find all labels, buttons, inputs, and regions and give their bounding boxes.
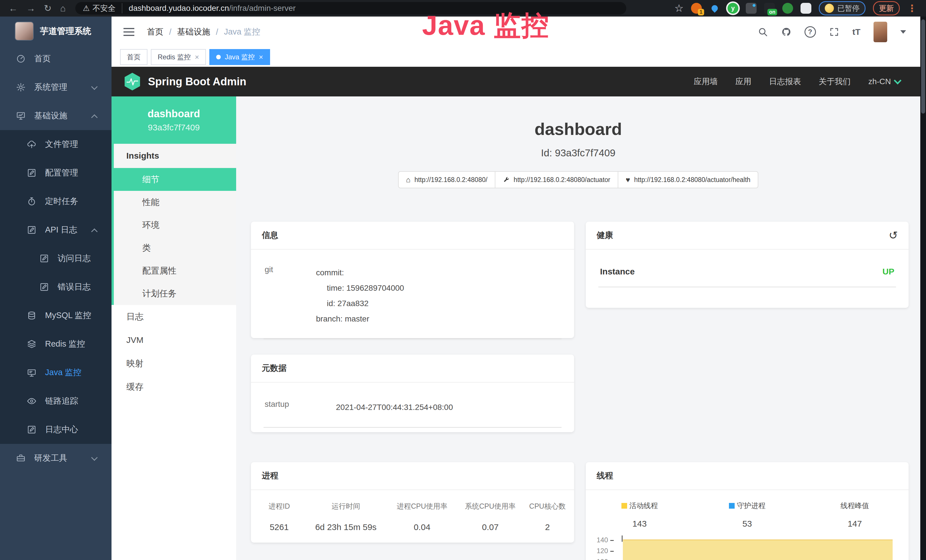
close-icon[interactable]: × [195,53,199,62]
instance-id: 93a3fc7f7409 [148,123,200,132]
app-logo-row[interactable]: 芋道管理系统 [0,17,112,44]
close-icon[interactable]: × [259,53,263,62]
scrollbar-thumb[interactable] [921,20,925,114]
sba-nav-journal[interactable]: 日志报表 [769,76,801,87]
insights-group: Insights 细节 性能 环境 类 配置属性 计划任务 [112,144,236,305]
daemon-threads-value: 53 [693,519,801,529]
edit-icon [27,425,36,434]
tampermonkey-extension-icon[interactable]: on [764,3,775,14]
app-sidebar: 芋道管理系统 首页 系统管理 基础设施 文件管理 配置管理 [0,17,112,560]
health-card-header: 健康 ↺ [586,222,909,250]
sba-item-jvm[interactable]: JVM [112,328,236,352]
sba-item-classes[interactable]: 类 [114,236,236,259]
tab-redis-monitor[interactable]: Redis 监控 × [151,49,206,65]
sba-navbar: Spring Boot Admin 应用墙 应用 日志报表 关于我们 zh-CN [112,67,920,97]
extension-cluster: ☆ 1 y on 已暂停 更新 ⋮ [675,1,922,15]
chrome-update-button[interactable]: 更新 [873,1,900,15]
monitor-chart-icon [16,111,26,121]
sidebar-item-scheduled-jobs[interactable]: 定时任务 [0,187,112,216]
history-icon[interactable]: ↺ [889,229,898,242]
sba-logo-icon [124,73,141,91]
avatar-caret-icon[interactable] [900,30,906,34]
sidebar-item-infrastructure[interactable]: 基础设施 [0,101,112,130]
search-icon[interactable] [758,27,768,37]
font-size-icon[interactable]: tT [852,27,860,37]
log-icon [39,282,49,292]
sidebar-item-dev-tools[interactable]: 研发工具 [0,444,112,472]
sidebar-item-file-mgmt[interactable]: 文件管理 [0,130,112,159]
threads-legend: 活动线程 143 守护进程 53 线程峰值 147 [586,490,909,529]
sba-nav-wallboard[interactable]: 应用墙 [694,76,718,87]
tab-home[interactable]: 首页 [120,49,147,65]
sidebar-item-log-center[interactable]: 日志中心 [0,415,112,444]
browser-reload-icon[interactable]: ↻ [44,3,51,14]
sba-item-mappings[interactable]: 映射 [112,352,236,375]
chevron-down-icon [91,454,98,461]
sidebar-item-config-mgmt[interactable]: 配置管理 [0,159,112,187]
help-icon[interactable]: ? [805,26,816,38]
header-actions: ? tT [758,22,906,42]
sba-main-content: dashboard Id: 93a3fc7f7409 ⌂ http://192.… [236,97,920,560]
instance-links: ⌂ http://192.168.0.2:48080/ http://192.1… [236,171,920,188]
sba-brand[interactable]: Spring Boot Admin [124,73,247,91]
sidebar-item-home[interactable]: 首页 [0,44,112,73]
hamburger-icon[interactable] [124,28,134,36]
app-title: 芋道管理系统 [40,26,91,37]
sba-item-metrics[interactable]: 性能 [114,191,236,214]
security-status[interactable]: ⚠ 不安全 [83,3,123,14]
git-info-row: git commit: time: 1596289704000 id: 27aa… [263,253,561,339]
fullscreen-icon[interactable] [829,27,839,37]
grid-extension-icon[interactable] [746,3,757,14]
sba-item-details[interactable]: 细节 [112,168,236,191]
sba-item-caches[interactable]: 缓存 [112,375,236,398]
sidebar-item-tracing[interactable]: 链路追踪 [0,387,112,415]
service-url-button[interactable]: ⌂ http://192.168.0.2:48080/ [398,171,496,188]
sba-nav-applications[interactable]: 应用 [735,76,752,87]
cloud-upload-icon [27,139,36,149]
gear-icon [16,82,26,92]
sba-item-scheduled-tasks[interactable]: 计划任务 [114,282,236,305]
puzzle-extensions-icon[interactable] [800,3,811,14]
actuator-url-button[interactable]: http://192.168.0.2:48080/actuator [495,171,618,188]
app-menu: 首页 系统管理 基础设施 文件管理 配置管理 定时任务 [0,44,112,472]
database-icon [27,311,36,320]
leaf-extension-icon[interactable] [782,3,793,14]
breadcrumb-infrastructure[interactable]: 基础设施 [177,26,210,38]
paused-profile-chip[interactable]: 已暂停 [819,1,865,15]
sba-nav-about[interactable]: 关于我们 [819,76,851,87]
startup-value: 2021-04-27T00:44:31.254+08:00 [336,400,453,415]
pin-extension-icon[interactable] [709,3,720,14]
url-host: dashboard.yudao.iocoder.cn [129,4,229,13]
info-card-header: 信息 [251,222,574,250]
process-table: 进程ID 运行时间 进程CPU使用率 系统CPU使用率 CPU核心数 5261 … [251,490,574,532]
uptime-value: 6d 23h 15m 59s [304,522,387,532]
sba-language-select[interactable]: zh-CN [869,77,900,86]
sidebar-item-access-logs[interactable]: 访问日志 [0,244,112,273]
browser-home-icon[interactable]: ⌂ [60,3,66,14]
sidebar-item-mysql-monitor[interactable]: MySQL 监控 [0,301,112,330]
sba-item-environment[interactable]: 环境 [114,214,236,236]
instance-health-row: Instance UP [598,253,896,287]
breadcrumb-home[interactable]: 首页 [147,26,163,38]
sidebar-item-api-logs[interactable]: API 日志 [0,216,112,244]
extension-orange-icon[interactable]: 1 [691,3,702,14]
y-extension-icon[interactable]: y [728,3,738,14]
sba-item-logs[interactable]: 日志 [112,305,236,328]
sidebar-item-system-mgmt[interactable]: 系统管理 [0,73,112,101]
process-card-header: 进程 [251,462,574,490]
avatar[interactable] [873,22,887,42]
sidebar-item-java-monitor[interactable]: Java 监控 [0,358,112,387]
page-scrollbar[interactable] [920,17,926,560]
tab-java-monitor[interactable]: Java 监控 × [209,49,270,65]
sidebar-item-redis-monitor[interactable]: Redis 监控 [0,330,112,358]
browser-forward-icon[interactable]: → [26,3,35,14]
git-branch-line: branch: master [316,311,404,327]
browser-menu-icon[interactable]: ⋮ [907,3,917,14]
browser-back-icon[interactable]: ← [9,3,18,14]
health-url-button[interactable]: ♥ http://192.168.0.2:48080/actuator/heal… [618,171,758,188]
warning-icon: ⚠ [83,4,89,13]
sba-item-config-props[interactable]: 配置属性 [114,259,236,282]
github-icon[interactable] [781,27,791,37]
bookmark-star-icon[interactable]: ☆ [675,2,684,14]
sidebar-item-error-logs[interactable]: 错误日志 [0,273,112,301]
